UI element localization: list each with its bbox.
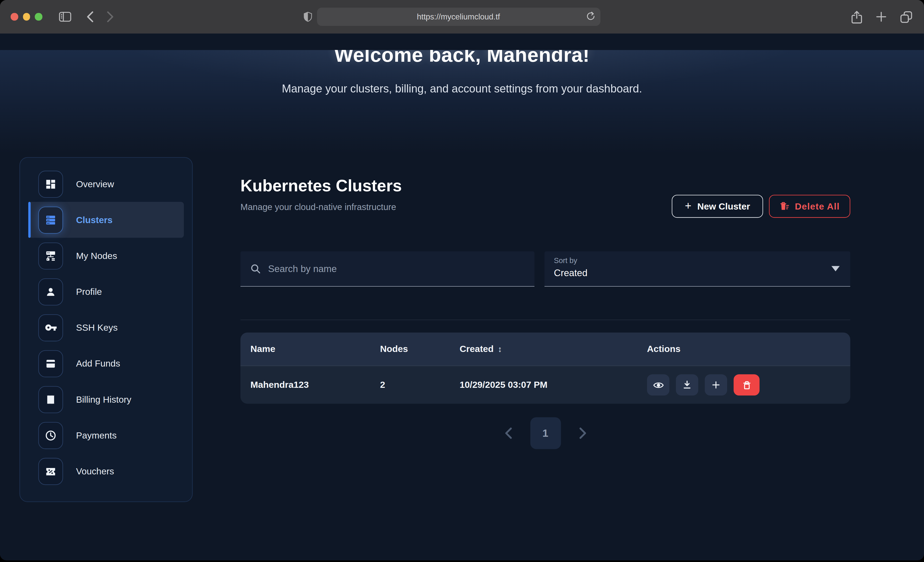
sidebar-item-billing-history[interactable]: Billing History: [28, 381, 184, 417]
sidebar-item-my-nodes[interactable]: My Nodes: [28, 238, 184, 274]
clusters-table: Name Nodes Created ↕ Actions Mahendra123…: [240, 332, 850, 404]
pagination: 1: [240, 417, 850, 449]
new-cluster-button[interactable]: + New Cluster: [672, 195, 763, 218]
close-window-button[interactable]: [10, 13, 18, 21]
delete-cluster-button[interactable]: [734, 374, 760, 396]
share-icon[interactable]: [851, 10, 862, 23]
sidebar-item-clusters[interactable]: Clusters: [28, 202, 184, 238]
forward-icon[interactable]: [106, 11, 114, 22]
sidebar-item-label: Billing History: [76, 394, 131, 405]
section-divider: [240, 320, 850, 320]
cell-node-count: 2: [380, 380, 460, 390]
sidebar-item-label: Vouchers: [76, 466, 114, 477]
ticket-icon: [38, 457, 63, 485]
next-page-icon[interactable]: [578, 427, 586, 439]
column-header-actions: Actions: [647, 344, 840, 354]
sidebar: Overview: [20, 157, 193, 502]
search-field[interactable]: [240, 251, 534, 287]
page-number-button[interactable]: 1: [530, 417, 561, 449]
search-input[interactable]: [268, 263, 504, 274]
trash-list-icon: [780, 201, 790, 211]
zoom-window-button[interactable]: [35, 13, 42, 21]
tab-overview-icon[interactable]: [900, 11, 912, 23]
previous-page-icon[interactable]: [504, 427, 512, 439]
sidebar-item-ssh-keys[interactable]: SSH Keys: [28, 310, 184, 345]
column-header-created[interactable]: Created ↕: [460, 344, 647, 354]
delete-all-button[interactable]: Delete All: [769, 195, 850, 218]
header-actions: + New Cluster Delete All: [672, 195, 850, 218]
eye-icon: [652, 380, 664, 391]
sidebar-item-label: My Nodes: [76, 251, 117, 261]
filter-controls: Sort by Created: [240, 251, 850, 287]
minimize-window-button[interactable]: [22, 13, 30, 21]
clock-icon: [38, 422, 63, 449]
clusters-section: Kubernetes Clusters Manage your cloud-na…: [240, 176, 850, 212]
sidebar-item-label: Payments: [76, 430, 116, 440]
sidebar-item-label: SSH Keys: [76, 322, 117, 333]
column-header-name: Name: [250, 344, 380, 354]
nodes-icon: [38, 242, 63, 269]
cell-cluster-name: Mahendra123: [250, 380, 380, 390]
sidebar-item-label: Clusters: [76, 215, 112, 225]
dashboard-page: Welcome back, Mahendra! Manage your clus…: [0, 34, 924, 560]
server-stack-icon: [38, 206, 63, 233]
dashboard-icon: [38, 170, 63, 197]
toolbar-right-icons: [851, 10, 912, 23]
welcome-title: Welcome back, Mahendra!: [0, 50, 924, 66]
sidebar-item-payments[interactable]: Payments: [28, 417, 184, 453]
sort-arrows-icon: ↕: [498, 344, 502, 354]
sidebar-item-label: Overview: [76, 179, 114, 189]
sidebar-item-add-funds[interactable]: Add Funds: [28, 345, 184, 381]
column-header-nodes: Nodes: [380, 344, 460, 354]
sidebar-item-overview[interactable]: Overview: [28, 166, 184, 202]
download-kubeconfig-button[interactable]: [676, 374, 698, 396]
add-node-button[interactable]: [705, 374, 727, 396]
sort-select[interactable]: Sort by Created: [544, 251, 850, 287]
privacy-shield-icon[interactable]: [303, 11, 312, 22]
wallet-icon: [38, 350, 63, 377]
sidebar-toggle-icon[interactable]: [59, 12, 71, 22]
page-title: Kubernetes Clusters: [240, 176, 850, 196]
search-icon: [250, 263, 261, 274]
sort-label: Sort by: [554, 257, 841, 265]
plus-icon: +: [685, 199, 692, 212]
sidebar-item-vouchers[interactable]: Vouchers: [28, 453, 184, 489]
welcome-hero: Welcome back, Mahendra! Manage your clus…: [0, 50, 924, 153]
sidebar-item-label: Add Funds: [76, 358, 120, 369]
new-tab-icon[interactable]: [876, 12, 886, 22]
view-cluster-button[interactable]: [647, 374, 669, 396]
table-header-row: Name Nodes Created ↕ Actions: [240, 332, 850, 366]
table-row: Mahendra123 2 10/29/2025 03:07 PM: [240, 366, 850, 404]
cell-created-date: 10/29/2025 03:07 PM: [460, 380, 647, 390]
reload-icon[interactable]: [586, 11, 595, 21]
download-icon: [682, 380, 692, 390]
sidebar-item-profile[interactable]: Profile: [28, 274, 184, 309]
screen: https://myceliumcloud.tf: [0, 0, 924, 562]
plus-icon: [711, 380, 721, 390]
traffic-lights: [10, 13, 42, 21]
address-bar[interactable]: https://myceliumcloud.tf: [317, 8, 600, 26]
welcome-subtitle: Manage your clusters, billing, and accou…: [0, 82, 924, 96]
sidebar-item-label: Profile: [76, 286, 102, 297]
back-icon[interactable]: [86, 11, 94, 22]
receipt-icon: [38, 386, 63, 413]
user-icon: [38, 278, 63, 305]
browser-window: https://myceliumcloud.tf: [0, 0, 924, 560]
trash-icon: [742, 380, 752, 390]
row-actions: [647, 374, 840, 396]
chevron-down-icon: [831, 266, 840, 272]
url-text: https://myceliumcloud.tf: [417, 12, 500, 21]
key-icon: [38, 314, 63, 341]
browser-toolbar: https://myceliumcloud.tf: [0, 0, 924, 34]
sort-value: Created: [554, 268, 841, 278]
